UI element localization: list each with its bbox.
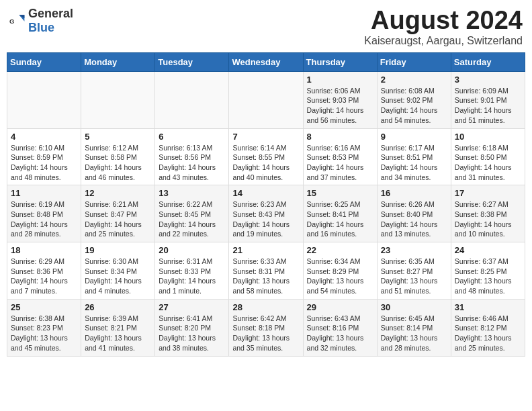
day-of-week-header: Friday [377,52,451,71]
calendar-cell: 17Sunrise: 6:27 AM Sunset: 8:38 PM Dayli… [451,185,525,242]
day-number: 7 [232,132,299,142]
day-number: 24 [455,245,521,255]
day-number: 19 [85,245,151,255]
day-info: Sunrise: 6:29 AM Sunset: 8:36 PM Dayligh… [11,257,77,296]
calendar-cell: 13Sunrise: 6:22 AM Sunset: 8:45 PM Dayli… [155,185,229,242]
calendar-cell [7,71,81,128]
day-number: 22 [307,245,373,255]
day-info: Sunrise: 6:22 AM Sunset: 8:45 PM Dayligh… [159,199,225,239]
day-number: 1 [307,75,373,85]
day-number: 18 [11,245,77,255]
day-number: 25 [11,302,77,312]
day-info: Sunrise: 6:12 AM Sunset: 8:58 PM Dayligh… [85,143,151,183]
day-info: Sunrise: 6:08 AM Sunset: 9:02 PM Dayligh… [381,86,447,126]
day-number: 26 [85,302,151,312]
day-of-week-header: Saturday [451,52,525,71]
day-info: Sunrise: 6:18 AM Sunset: 8:50 PM Dayligh… [455,143,521,183]
calendar-cell: 24Sunrise: 6:37 AM Sunset: 8:25 PM Dayli… [451,242,525,300]
calendar-cell: 15Sunrise: 6:25 AM Sunset: 8:41 PM Dayli… [303,185,377,242]
day-info: Sunrise: 6:23 AM Sunset: 8:43 PM Dayligh… [232,199,299,239]
day-number: 6 [159,132,225,142]
day-info: Sunrise: 6:37 AM Sunset: 8:25 PM Dayligh… [455,257,521,296]
calendar-cell: 29Sunrise: 6:43 AM Sunset: 8:16 PM Dayli… [303,299,377,356]
calendar-cell: 28Sunrise: 6:42 AM Sunset: 8:18 PM Dayli… [229,299,303,356]
calendar-cell: 5Sunrise: 6:12 AM Sunset: 8:58 PM Daylig… [81,128,155,185]
day-info: Sunrise: 6:21 AM Sunset: 8:47 PM Dayligh… [85,199,151,239]
day-number: 10 [455,132,521,142]
day-info: Sunrise: 6:35 AM Sunset: 8:27 PM Dayligh… [381,257,447,296]
day-number: 8 [307,132,373,142]
logo-icon: G [9,13,26,29]
day-info: Sunrise: 6:13 AM Sunset: 8:56 PM Dayligh… [159,143,225,183]
day-info: Sunrise: 6:34 AM Sunset: 8:29 PM Dayligh… [307,257,373,296]
calendar-cell: 30Sunrise: 6:45 AM Sunset: 8:14 PM Dayli… [377,299,451,356]
day-number: 28 [232,302,299,312]
day-info: Sunrise: 6:38 AM Sunset: 8:23 PM Dayligh… [11,314,77,353]
calendar-week-row: 1Sunrise: 6:06 AM Sunset: 9:03 PM Daylig… [7,71,525,128]
day-info: Sunrise: 6:42 AM Sunset: 8:18 PM Dayligh… [232,314,299,353]
day-info: Sunrise: 6:41 AM Sunset: 8:20 PM Dayligh… [159,314,225,353]
day-info: Sunrise: 6:27 AM Sunset: 8:38 PM Dayligh… [455,199,521,239]
day-info: Sunrise: 6:26 AM Sunset: 8:40 PM Dayligh… [381,199,447,239]
day-number: 2 [381,75,447,85]
day-number: 15 [307,188,373,198]
day-number: 27 [159,302,225,312]
day-of-week-header: Sunday [7,52,81,71]
day-info: Sunrise: 6:45 AM Sunset: 8:14 PM Dayligh… [381,314,447,353]
location-title: Kaiseraugst, Aargau, Switzerland [364,35,523,47]
day-number: 11 [11,188,77,198]
calendar-week-row: 4Sunrise: 6:10 AM Sunset: 8:59 PM Daylig… [7,128,525,185]
calendar-week-row: 11Sunrise: 6:19 AM Sunset: 8:48 PM Dayli… [7,185,525,242]
logo-text: General Blue [28,7,73,35]
calendar-table: SundayMondayTuesdayWednesdayThursdayFrid… [7,52,525,357]
calendar-cell: 26Sunrise: 6:39 AM Sunset: 8:21 PM Dayli… [81,299,155,356]
day-info: Sunrise: 6:14 AM Sunset: 8:55 PM Dayligh… [232,143,299,183]
day-info: Sunrise: 6:46 AM Sunset: 8:12 PM Dayligh… [455,314,521,353]
svg-text:G: G [9,17,14,25]
day-number: 5 [85,132,151,142]
day-info: Sunrise: 6:16 AM Sunset: 8:53 PM Dayligh… [307,143,373,183]
day-number: 17 [455,188,521,198]
day-info: Sunrise: 6:30 AM Sunset: 8:34 PM Dayligh… [85,257,151,296]
day-number: 21 [232,245,299,255]
day-number: 3 [455,75,521,85]
day-number: 14 [232,188,299,198]
calendar-cell [155,71,229,128]
day-number: 30 [381,302,447,312]
calendar-cell [81,71,155,128]
logo-blue: Blue [28,21,54,34]
day-info: Sunrise: 6:09 AM Sunset: 9:01 PM Dayligh… [455,86,521,126]
calendar-header-row: SundayMondayTuesdayWednesdayThursdayFrid… [7,52,525,71]
calendar-cell: 21Sunrise: 6:33 AM Sunset: 8:31 PM Dayli… [229,242,303,300]
day-info: Sunrise: 6:33 AM Sunset: 8:31 PM Dayligh… [232,257,299,296]
title-block: August 2024 Kaiseraugst, Aargau, Switzer… [364,7,523,47]
calendar-cell: 27Sunrise: 6:41 AM Sunset: 8:20 PM Dayli… [155,299,229,356]
day-number: 12 [85,188,151,198]
day-number: 29 [307,302,373,312]
calendar-cell: 8Sunrise: 6:16 AM Sunset: 8:53 PM Daylig… [303,128,377,185]
day-of-week-header: Tuesday [155,52,229,71]
day-info: Sunrise: 6:25 AM Sunset: 8:41 PM Dayligh… [307,199,373,239]
day-number: 13 [159,188,225,198]
calendar-cell: 10Sunrise: 6:18 AM Sunset: 8:50 PM Dayli… [451,128,525,185]
calendar-cell: 1Sunrise: 6:06 AM Sunset: 9:03 PM Daylig… [303,71,377,128]
day-number: 4 [11,132,77,142]
calendar-cell: 14Sunrise: 6:23 AM Sunset: 8:43 PM Dayli… [229,185,303,242]
day-info: Sunrise: 6:31 AM Sunset: 8:33 PM Dayligh… [159,257,225,296]
calendar-cell: 12Sunrise: 6:21 AM Sunset: 8:47 PM Dayli… [81,185,155,242]
page-header: G General Blue August 2024 Kaiseraugst, … [7,7,525,47]
calendar-cell: 6Sunrise: 6:13 AM Sunset: 8:56 PM Daylig… [155,128,229,185]
calendar-cell: 2Sunrise: 6:08 AM Sunset: 9:02 PM Daylig… [377,71,451,128]
day-of-week-header: Wednesday [229,52,303,71]
calendar-cell: 20Sunrise: 6:31 AM Sunset: 8:33 PM Dayli… [155,242,229,300]
calendar-week-row: 18Sunrise: 6:29 AM Sunset: 8:36 PM Dayli… [7,242,525,300]
logo: G General Blue [9,7,73,35]
day-number: 16 [381,188,447,198]
day-info: Sunrise: 6:06 AM Sunset: 9:03 PM Dayligh… [307,86,373,126]
day-number: 23 [381,245,447,255]
calendar-cell: 22Sunrise: 6:34 AM Sunset: 8:29 PM Dayli… [303,242,377,300]
logo-general: General [28,7,73,20]
calendar-cell: 23Sunrise: 6:35 AM Sunset: 8:27 PM Dayli… [377,242,451,300]
calendar-cell: 3Sunrise: 6:09 AM Sunset: 9:01 PM Daylig… [451,71,525,128]
calendar-cell: 16Sunrise: 6:26 AM Sunset: 8:40 PM Dayli… [377,185,451,242]
